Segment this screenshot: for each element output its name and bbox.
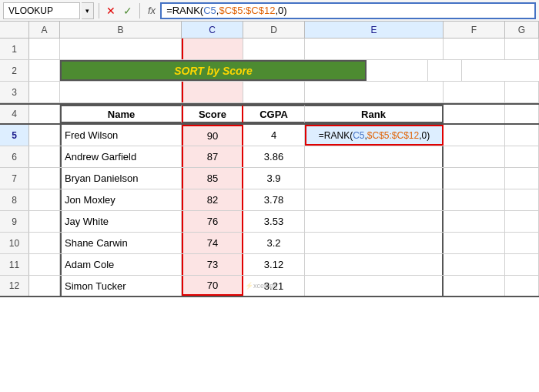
rank-header-label: Rank	[361, 109, 386, 120]
cell-name-header[interactable]: Name	[60, 105, 182, 123]
cell-f1[interactable]	[444, 39, 505, 59]
cell-a10[interactable]	[29, 233, 60, 253]
col-header-g[interactable]: G	[505, 22, 539, 38]
cell-rank-header[interactable]: Rank	[305, 105, 444, 123]
cell-g4[interactable]	[505, 105, 539, 123]
cell-cgpa-5[interactable]: 4	[243, 125, 305, 146]
cell-cgpa-10[interactable]: 3.2	[243, 233, 305, 253]
name-box-dropdown[interactable]: ▾	[82, 2, 94, 19]
cancel-icon[interactable]: ✕	[104, 5, 118, 17]
cell-name-7[interactable]: Bryan Danielson	[60, 168, 182, 189]
cell-cgpa-header[interactable]: CGPA	[243, 105, 305, 123]
cgpa-12: 3.21	[264, 280, 283, 292]
cell-score-12[interactable]: 70	[182, 276, 243, 296]
cell-g11[interactable]	[505, 254, 539, 275]
cell-g6[interactable]	[505, 146, 539, 167]
cell-rank-9[interactable]	[305, 211, 444, 232]
cell-rank-10[interactable]	[305, 233, 444, 253]
cell-g5[interactable]	[505, 125, 539, 146]
cell-score-header[interactable]: Score	[182, 105, 243, 123]
cell-name-11[interactable]: Adam Cole	[60, 254, 182, 275]
col-header-f[interactable]: F	[444, 22, 505, 38]
cell-f11[interactable]	[444, 254, 505, 275]
cell-a4[interactable]	[29, 105, 60, 123]
cell-f5[interactable]	[444, 125, 505, 146]
cell-f7[interactable]	[444, 168, 505, 189]
cell-score-9[interactable]: 76	[182, 211, 243, 232]
cell-rank-11[interactable]	[305, 254, 444, 275]
cell-e1[interactable]	[305, 39, 444, 59]
cell-name-8[interactable]: Jon Moxley	[60, 189, 182, 210]
name-7: Bryan Danielson	[65, 173, 138, 184]
cell-f6[interactable]	[444, 146, 505, 167]
cell-title[interactable]: SORT by Score	[60, 60, 367, 81]
cell-a5[interactable]	[29, 125, 60, 146]
cell-d1[interactable]	[243, 39, 305, 59]
score-6: 87	[207, 151, 218, 162]
col-header-b[interactable]: B	[60, 22, 182, 38]
cell-f10[interactable]	[444, 233, 505, 253]
cell-f12[interactable]	[444, 276, 505, 296]
cell-a7[interactable]	[29, 168, 60, 189]
cell-score-10[interactable]: 74	[182, 233, 243, 253]
cell-cgpa-6[interactable]: 3.86	[243, 146, 305, 167]
cell-rank-8[interactable]	[305, 189, 444, 210]
cell-g1[interactable]	[505, 39, 539, 59]
cell-a1[interactable]	[29, 39, 60, 59]
cell-c1[interactable]	[182, 39, 243, 59]
cell-name-12[interactable]: Simon Tucker	[60, 276, 182, 296]
cell-g8[interactable]	[505, 189, 539, 210]
cell-a8[interactable]	[29, 189, 60, 210]
cell-a3[interactable]	[29, 82, 60, 102]
cell-b1[interactable]	[60, 39, 182, 59]
cell-a6[interactable]	[29, 146, 60, 167]
row-num-12: 12	[0, 276, 29, 296]
cell-b3[interactable]	[60, 82, 182, 102]
cell-f3[interactable]	[444, 82, 505, 102]
cell-d3[interactable]	[243, 82, 305, 102]
col-header-a[interactable]: A	[29, 22, 60, 38]
name-box[interactable]: VLOOKUP	[3, 2, 80, 19]
cell-a2[interactable]	[29, 60, 60, 81]
title-text: SORT by Score	[174, 65, 253, 77]
confirm-icon[interactable]: ✓	[121, 5, 135, 17]
cell-cgpa-12[interactable]: 3.21 ⚡xcelden	[243, 276, 305, 296]
cell-score-11[interactable]: 73	[182, 254, 243, 275]
cell-score-8[interactable]: 82	[182, 189, 243, 210]
cell-f2[interactable]	[367, 60, 428, 81]
cell-f8[interactable]	[444, 189, 505, 210]
cell-rank-7[interactable]	[305, 168, 444, 189]
cell-g2[interactable]	[428, 60, 462, 81]
cell-g10[interactable]	[505, 233, 539, 253]
cell-a11[interactable]	[29, 254, 60, 275]
col-header-e[interactable]: E	[305, 22, 444, 38]
cell-name-10[interactable]: Shane Carwin	[60, 233, 182, 253]
cell-cgpa-9[interactable]: 3.53	[243, 211, 305, 232]
cell-f9[interactable]	[444, 211, 505, 232]
cell-g3[interactable]	[505, 82, 539, 102]
col-header-c[interactable]: C	[182, 22, 243, 38]
name-6: Andrew Garfield	[65, 151, 136, 162]
cell-g9[interactable]	[505, 211, 539, 232]
cell-score-5[interactable]: 90	[182, 125, 243, 146]
cell-cgpa-11[interactable]: 3.12	[243, 254, 305, 275]
cell-rank-6[interactable]	[305, 146, 444, 167]
cell-name-6[interactable]: Andrew Garfield	[60, 146, 182, 167]
cell-a9[interactable]	[29, 211, 60, 232]
cell-name-5[interactable]: Fred Wilson	[60, 125, 182, 146]
cell-f4[interactable]	[444, 105, 505, 123]
col-header-d[interactable]: D	[243, 22, 305, 38]
cell-name-9[interactable]: Jay White	[60, 211, 182, 232]
cell-g7[interactable]	[505, 168, 539, 189]
cell-a12[interactable]	[29, 276, 60, 296]
cell-cgpa-8[interactable]: 3.78	[243, 189, 305, 210]
cell-g12[interactable]	[505, 276, 539, 296]
formula-input[interactable]: =RANK(C5,$C$5:$C$12,0)	[160, 2, 536, 19]
cell-score-6[interactable]: 87	[182, 146, 243, 167]
cell-e3[interactable]	[305, 82, 444, 102]
cell-cgpa-7[interactable]: 3.9	[243, 168, 305, 189]
cell-rank-12[interactable]	[305, 276, 444, 296]
cell-c3[interactable]	[182, 82, 243, 102]
cell-score-7[interactable]: 85	[182, 168, 243, 189]
cell-rank-5[interactable]: =RANK(C5,$C$5:$C$12,0)	[305, 125, 444, 146]
